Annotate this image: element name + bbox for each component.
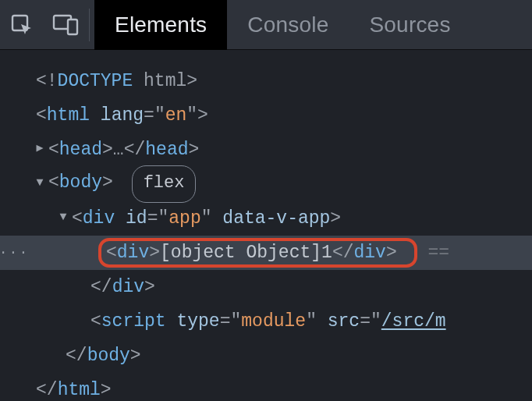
tab-sources[interactable]: Sources [349,0,470,50]
highlight-box: <div>[object Object]1</div> [98,238,417,268]
selection-trail: == [428,243,450,263]
node-html-open[interactable]: <html lang="en"> [0,98,532,133]
tab-elements[interactable]: Elements [94,0,227,50]
node-div-app-close[interactable]: </div> [0,270,532,304]
attr-type-value: module [241,311,306,332]
node-head[interactable]: <head>…</head> [0,133,532,167]
attr-id: id [126,208,147,229]
node-html-close[interactable]: </html> [0,373,532,401]
attr-id-value: app [168,208,200,229]
tag-head: head [59,140,102,160]
tag-body: body [59,172,102,193]
svg-rect-2 [68,20,77,34]
twisty-open-icon[interactable] [55,201,72,234]
device-toolbar-icon[interactable] [44,0,87,50]
node-selected-div[interactable]: ··· <div>[object Object]1</div> == [0,236,532,270]
node-script[interactable]: <script type="module" src="/src/m [0,304,532,339]
attr-type: type [176,311,219,332]
doctype-keyword: DOCTYPE [58,71,133,91]
twisty-open-icon[interactable] [31,167,48,200]
node-doctype[interactable]: <!DOCTYPE html> [0,64,532,98]
attr-src-value[interactable]: /src/m [381,311,446,332]
node-div-app-open[interactable]: <div id="app" data-v-app> [0,201,532,236]
attr-lang-value: en [165,105,187,126]
flex-badge[interactable]: flex [132,165,197,203]
tag-html: html [47,105,90,126]
punct: <! [36,71,58,91]
tabbar-divider [89,9,90,41]
tag-script: script [101,311,166,332]
inspect-element-icon[interactable] [0,0,44,50]
text-node: [object Object]1 [160,243,332,263]
punct: html [133,71,186,91]
tab-console[interactable]: Console [227,0,349,50]
node-body-close[interactable]: </body> [0,339,532,373]
attr-lang: lang [101,105,144,126]
tag-div: div [83,208,115,229]
attr-data-v-app: data-v-app [222,208,330,229]
dom-tree: <!DOCTYPE html> <html lang="en"> <head>…… [0,50,532,401]
collapsed-ellipsis[interactable]: … [113,140,124,160]
punct: > [186,71,197,91]
devtools-tabbar: Elements Console Sources [0,0,532,50]
tag-div: div [117,243,149,263]
twisty-closed-icon[interactable] [31,133,48,165]
attr-src: src [328,311,360,332]
row-gutter-dots-icon[interactable]: ··· [0,236,28,270]
node-body-open[interactable]: <body> flex [0,167,532,201]
